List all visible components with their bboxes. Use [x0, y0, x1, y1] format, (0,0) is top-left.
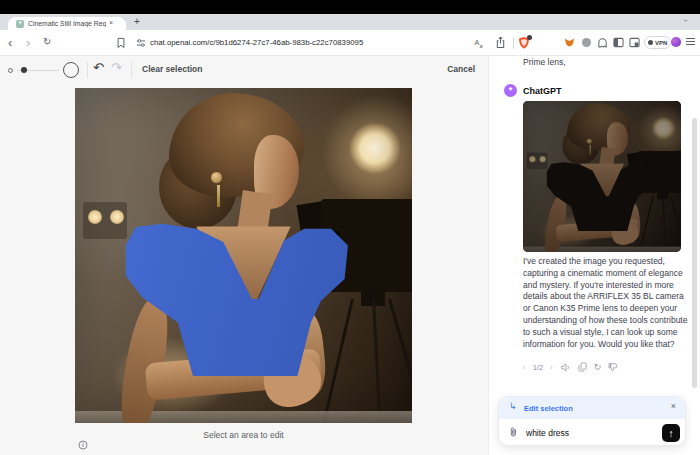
info-icon[interactable] — [75, 440, 412, 450]
edit-canvas-image[interactable] — [75, 88, 412, 423]
assistant-message: I've created the image you requested, ca… — [523, 256, 690, 350]
tab-close-icon[interactable]: × — [109, 19, 113, 26]
tripod-leg — [372, 299, 382, 423]
cancel-button[interactable]: Cancel — [447, 64, 475, 74]
tripod-leg — [321, 299, 354, 423]
system-menubar — [0, 0, 700, 14]
undo-icon[interactable]: ↶ — [93, 60, 104, 75]
shield-badge — [527, 35, 532, 40]
dim-overlay — [523, 101, 681, 252]
vpn-label: VPN — [655, 40, 667, 46]
browser-toolbar: ‹ › ↻ chat.openai.com/c/9b1d6274-27c7-46… — [0, 30, 700, 56]
brush-size-slider[interactable] — [17, 65, 59, 75]
tab-search-chevron-icon[interactable]: › — [681, 19, 690, 22]
panel-extension-icon[interactable] — [629, 37, 640, 48]
edit-prompt-input[interactable]: white dress — [526, 428, 569, 438]
reply-arrow-icon: ↳ — [509, 401, 517, 411]
sidebar-extension-icon[interactable] — [613, 37, 624, 48]
menu-icon[interactable] — [686, 38, 695, 47]
send-button[interactable]: ↑ — [662, 424, 680, 442]
earring-dangle — [217, 185, 220, 207]
toolbar-divider — [513, 37, 514, 49]
back-icon[interactable]: ‹ — [8, 35, 12, 50]
toolbar-divider — [87, 62, 88, 78]
assistant-name: ChatGPT — [523, 86, 562, 96]
cinematic-photo — [75, 88, 412, 423]
toolbar-divider — [131, 62, 132, 78]
chat-panel: Prime lens, * ChatGPT — [488, 56, 700, 455]
caption-row: Select an area to edit — [75, 430, 412, 450]
message-actions: ‹ 1/2 › ↻ — [523, 361, 618, 373]
edit-selection-title: Edit selection — [524, 404, 573, 413]
chatgpt-avatar: * — [504, 84, 517, 97]
attach-paperclip-icon[interactable] — [509, 426, 518, 438]
tab-strip: * Cinematic Still Image Request × + › — [0, 14, 700, 30]
browser-tab[interactable]: * Cinematic Still Image Request × — [8, 17, 126, 30]
profile-avatar[interactable] — [671, 37, 681, 47]
url-bar[interactable]: chat.openai.com/c/9b1d6274-27c7-46ab-983… — [150, 38, 363, 47]
close-icon[interactable]: × — [671, 401, 676, 411]
tab-title: Cinematic Still Image Request — [28, 20, 106, 27]
share-icon[interactable] — [495, 36, 506, 49]
new-tab-button[interactable]: + — [134, 16, 140, 27]
brush-size-preview-icon — [63, 62, 79, 78]
copy-icon[interactable] — [578, 362, 587, 372]
read-aloud-icon[interactable] — [560, 363, 571, 372]
slider-thumb[interactable] — [21, 67, 27, 73]
bookmark-icon[interactable] — [116, 37, 126, 49]
thumbs-down-icon[interactable] — [608, 362, 618, 372]
edit-selection-panel: ↳ Edit selection × white dress ↑ — [498, 396, 686, 446]
tripod-leg — [388, 299, 412, 423]
translate-icon[interactable]: Aa — [474, 38, 485, 49]
version-pagination: 1/2 — [533, 363, 543, 372]
site-settings-tune-icon[interactable] — [136, 38, 146, 48]
scrollbar[interactable] — [692, 118, 697, 388]
clear-selection-button[interactable]: Clear selection — [142, 64, 202, 74]
extension-icon[interactable] — [582, 38, 591, 47]
generated-image-thumbnail[interactable] — [523, 101, 681, 252]
vpn-dot-icon — [648, 40, 653, 45]
next-version-icon[interactable]: › — [550, 363, 553, 372]
wallet-extension-icon[interactable] — [597, 37, 608, 48]
vpn-badge[interactable]: VPN — [644, 36, 671, 49]
previous-message-tail: Prime lens, — [523, 57, 566, 67]
reload-icon[interactable]: ↻ — [43, 36, 51, 47]
svg-text:a: a — [480, 43, 484, 49]
brush-min-size-icon — [8, 68, 13, 73]
caption-label: Select an area to edit — [203, 430, 283, 440]
redo-icon: ↷ — [111, 60, 122, 75]
forward-icon[interactable]: › — [26, 35, 30, 50]
metamask-extension-icon[interactable] — [564, 37, 575, 48]
regenerate-icon[interactable]: ↻ — [594, 362, 602, 372]
prev-version-icon[interactable]: ‹ — [523, 363, 526, 372]
chatgpt-favicon-icon: * — [16, 20, 24, 28]
